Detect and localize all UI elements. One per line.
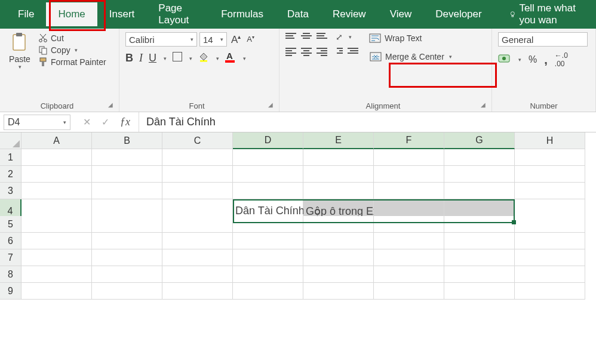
paste-button[interactable]: Paste ▾ [6, 32, 33, 70]
orientation-button[interactable]: ⤢ [332, 32, 343, 42]
cell-G7[interactable] [444, 249, 515, 266]
cell-E6[interactable] [303, 233, 374, 249]
cell-B5[interactable] [92, 216, 162, 233]
underline-dropdown-icon[interactable]: ▾ [162, 55, 167, 61]
cell-C1[interactable] [162, 149, 233, 166]
font-size-combo[interactable]: 14 ▾ [199, 32, 227, 47]
row-header-9[interactable]: 9 [0, 283, 21, 300]
increase-decimal-button[interactable]: ←.0.00 [555, 51, 568, 68]
cell-E5[interactable] [303, 216, 374, 233]
cell-A2[interactable] [21, 166, 92, 183]
increase-font-size-button[interactable]: A▴ [229, 33, 242, 46]
cell-B9[interactable] [92, 283, 162, 300]
align-bottom-button[interactable] [317, 33, 327, 41]
cell-F5[interactable] [374, 216, 444, 233]
enter-formula-button[interactable]: ✓ [102, 116, 109, 128]
cell-D3[interactable] [233, 183, 303, 199]
cell-G3[interactable] [444, 183, 515, 199]
cell-F9[interactable] [374, 283, 444, 300]
cell-G1[interactable] [444, 149, 515, 166]
fill-color-button[interactable] [198, 51, 209, 65]
accounting-format-button[interactable] [498, 54, 510, 66]
cell-H9[interactable] [515, 283, 585, 300]
cell-C8[interactable] [162, 266, 233, 283]
cell-C7[interactable] [162, 249, 233, 266]
cell-E2[interactable] [303, 166, 374, 183]
cell-G2[interactable] [444, 166, 515, 183]
cell-C6[interactable] [162, 233, 233, 249]
orientation-dropdown-icon[interactable]: ▾ [348, 34, 352, 40]
align-top-button[interactable] [285, 33, 296, 41]
alignment-launcher-icon[interactable]: ◢ [481, 101, 486, 108]
decrease-font-size-button[interactable]: A▾ [245, 35, 256, 44]
percent-style-button[interactable]: % [529, 54, 537, 65]
cell-G9[interactable] [444, 283, 515, 300]
col-header-G[interactable]: G [444, 132, 515, 149]
wrap-text-button[interactable]: Wrap Text [367, 32, 455, 44]
tab-data[interactable]: Data [275, 2, 321, 26]
row-header-2[interactable]: 2 [0, 166, 21, 183]
cell-E1[interactable] [303, 149, 374, 166]
cell-G8[interactable] [444, 266, 515, 283]
align-middle-button[interactable] [301, 33, 312, 41]
clipboard-launcher-icon[interactable]: ◢ [108, 101, 113, 108]
number-format-combo[interactable]: General [498, 32, 588, 47]
tab-insert[interactable]: Insert [97, 2, 147, 26]
formula-input[interactable]: Dân Tài Chính [139, 112, 596, 132]
name-box-dropdown-icon[interactable]: ▾ [62, 119, 66, 125]
cell-B2[interactable] [92, 166, 162, 183]
col-header-E[interactable]: E [303, 132, 374, 149]
cell-B6[interactable] [92, 233, 162, 249]
comma-style-button[interactable]: , [544, 53, 548, 67]
cell-D7[interactable] [233, 249, 303, 266]
row-header-8[interactable]: 8 [0, 266, 21, 283]
select-all-corner[interactable] [0, 132, 21, 149]
col-header-F[interactable]: F [374, 132, 444, 149]
row-header-5[interactable]: 5 [0, 216, 21, 233]
fx-icon[interactable]: ƒx [120, 116, 139, 128]
borders-button[interactable] [173, 52, 182, 64]
cell-F2[interactable] [374, 166, 444, 183]
tab-page-layout[interactable]: Page Layout [146, 0, 209, 32]
cell-F3[interactable] [374, 183, 444, 199]
italic-button[interactable]: I [139, 52, 143, 64]
tab-view[interactable]: View [378, 2, 424, 26]
cell-A8[interactable] [21, 266, 92, 283]
fill-dropdown-icon[interactable]: ▾ [215, 55, 219, 61]
tab-developer[interactable]: Developer [423, 2, 494, 26]
align-center-button[interactable] [301, 48, 312, 56]
col-header-B[interactable]: B [92, 132, 162, 149]
cell-C9[interactable] [162, 283, 233, 300]
format-painter-button[interactable]: Format Painter [38, 56, 106, 68]
paste-dropdown-icon[interactable]: ▾ [6, 64, 33, 70]
cell-B1[interactable] [92, 149, 162, 166]
cell-C2[interactable] [162, 166, 233, 183]
cell-D6[interactable] [233, 233, 303, 249]
cell-H5[interactable] [515, 216, 585, 233]
cell-F7[interactable] [374, 249, 444, 266]
tab-home[interactable]: Home [46, 2, 97, 26]
cell-C5[interactable] [162, 216, 233, 233]
increase-indent-button[interactable] [348, 48, 358, 56]
cell-H2[interactable] [515, 166, 585, 183]
cell-B7[interactable] [92, 249, 162, 266]
cell-E9[interactable] [303, 283, 374, 300]
cell-H3[interactable] [515, 183, 585, 199]
align-left-button[interactable] [285, 48, 296, 56]
cut-button[interactable]: Cut [38, 32, 106, 44]
cell-H8[interactable] [515, 266, 585, 283]
font-color-dropdown-icon[interactable]: ▾ [242, 55, 246, 61]
cell-G6[interactable] [444, 233, 515, 249]
accounting-dropdown-icon[interactable]: ▾ [517, 57, 521, 63]
cell-D1[interactable] [233, 149, 303, 166]
copy-button[interactable]: Copy ▾ [38, 44, 106, 56]
cell-H7[interactable] [515, 249, 585, 266]
cell-H1[interactable] [515, 149, 585, 166]
cell-B3[interactable] [92, 183, 162, 199]
tab-review[interactable]: Review [321, 2, 378, 26]
cell-E7[interactable] [303, 249, 374, 266]
cell-F1[interactable] [374, 149, 444, 166]
font-color-button[interactable] [225, 53, 236, 64]
font-name-combo[interactable]: Calibri ▾ [125, 32, 197, 47]
align-right-button[interactable] [317, 48, 327, 56]
